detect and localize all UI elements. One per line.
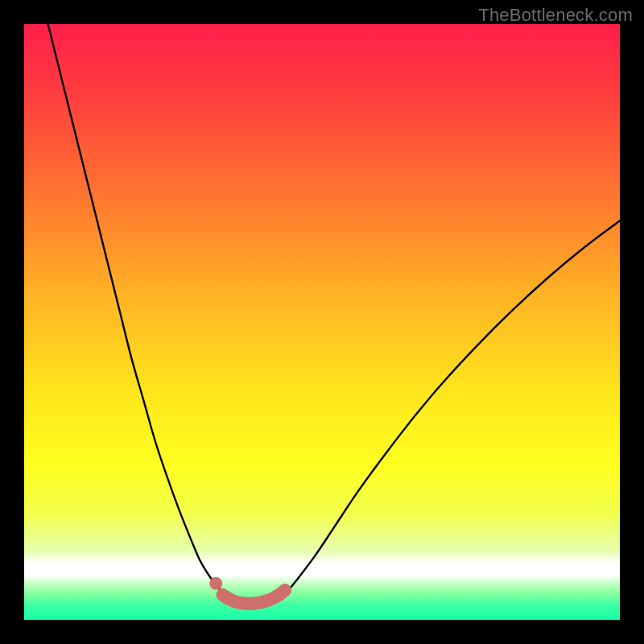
watermark-text: TheBottleneck.com: [478, 5, 633, 26]
valley-dot-marker: [209, 577, 222, 590]
curve-layer: [24, 24, 620, 620]
plot-frame: [24, 24, 620, 620]
curve-left-branch: [48, 24, 230, 598]
valley-highlight: [222, 590, 285, 604]
curve-right-branch: [278, 221, 621, 598]
